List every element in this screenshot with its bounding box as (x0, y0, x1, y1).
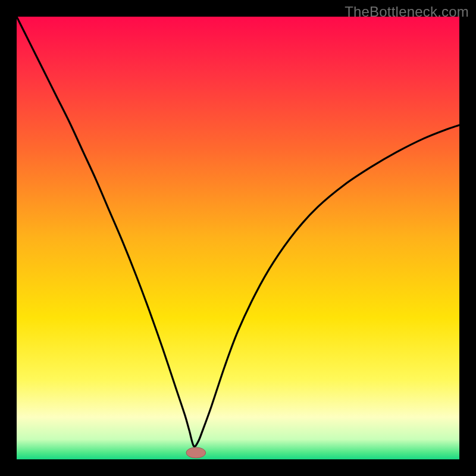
chart-svg (0, 0, 476, 476)
optimum-marker (186, 447, 206, 458)
watermark-text: TheBottleneck.com (345, 4, 469, 20)
plot-area (17, 17, 459, 459)
bottleneck-chart: TheBottleneck.com (0, 0, 476, 476)
